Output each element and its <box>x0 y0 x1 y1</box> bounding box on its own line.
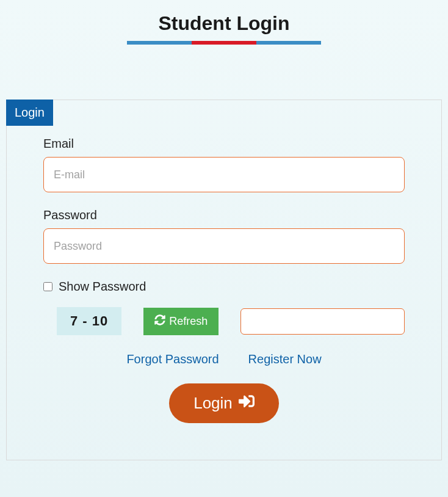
signin-icon <box>239 393 255 413</box>
refresh-button[interactable]: Refresh <box>143 308 219 335</box>
captcha-row: 7 - 10 Refresh <box>43 307 405 335</box>
login-button-wrap: Login <box>43 383 405 423</box>
refresh-label: Refresh <box>169 315 208 328</box>
show-password-label: Show Password <box>59 280 146 294</box>
underline-blue-right <box>256 41 321 45</box>
email-label: Email <box>43 137 405 151</box>
password-field-group: Password <box>43 208 405 264</box>
login-button-label: Login <box>193 394 233 413</box>
email-field-group: Email <box>43 137 405 192</box>
register-now-link[interactable]: Register Now <box>248 352 322 366</box>
forgot-password-link[interactable]: Forgot Password <box>126 352 219 366</box>
login-card: Login Email Password Show Password 7 - 1… <box>6 100 442 460</box>
show-password-row: Show Password <box>43 280 405 294</box>
password-label: Password <box>43 208 405 222</box>
captcha-challenge: 7 - 10 <box>57 307 121 335</box>
page-title: Student Login <box>0 12 448 35</box>
password-input[interactable] <box>43 228 405 264</box>
underline-red <box>192 41 256 45</box>
refresh-icon <box>154 314 165 328</box>
show-password-checkbox[interactable] <box>43 282 52 291</box>
tab-login[interactable]: Login <box>6 100 53 126</box>
title-underline <box>0 41 448 45</box>
underline-blue-left <box>127 41 192 45</box>
email-input[interactable] <box>43 157 405 192</box>
link-row: Forgot Password Register Now <box>43 352 405 366</box>
login-button[interactable]: Login <box>169 383 279 423</box>
page-container: Student Login Login Email Password Show … <box>0 12 448 460</box>
captcha-input[interactable] <box>240 308 405 335</box>
